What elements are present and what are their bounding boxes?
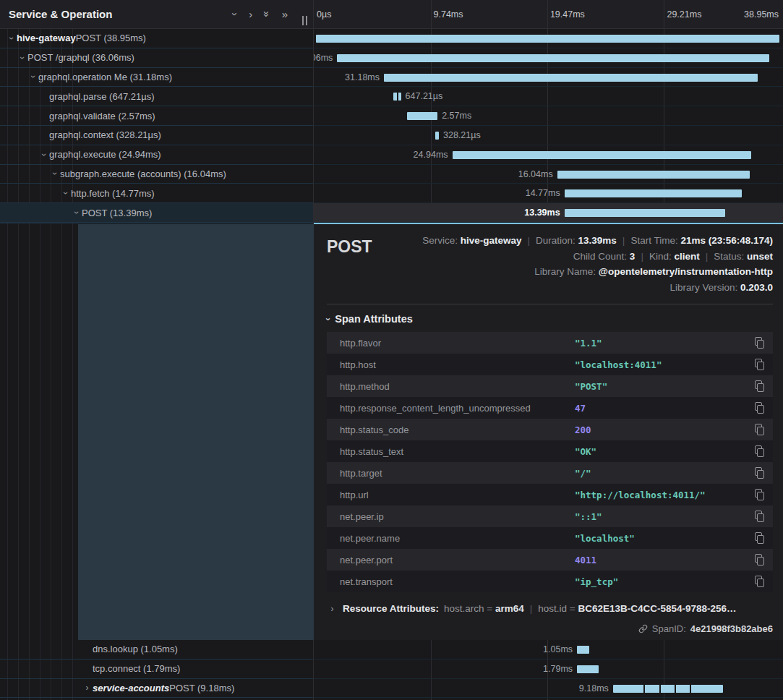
copy-icon[interactable] [754, 489, 764, 500]
span-title: POST [327, 233, 372, 257]
panel-resize-handle[interactable] [302, 16, 307, 25]
span-label: hive-gateway [17, 33, 76, 43]
tree-row[interactable]: ›service-accounts POST (9.18ms) [0, 679, 313, 699]
span-label: subgraph.execute (accounts) (16.04ms) [60, 168, 226, 179]
chevron-down-icon[interactable]: › [61, 188, 70, 199]
copy-icon[interactable] [754, 511, 764, 522]
copy-icon[interactable] [754, 424, 764, 435]
timeline-row[interactable]: 31.18ms [314, 68, 783, 88]
chevron-down-icon[interactable]: › [230, 12, 241, 16]
chevron-down-icon[interactable]: › [40, 149, 48, 160]
span-bar[interactable] [577, 646, 589, 654]
copy-icon[interactable] [754, 532, 764, 544]
tree-row[interactable]: tcp.connect (1.79ms) [0, 660, 313, 679]
tree-row[interactable]: ›hive-gateway POST (38.95ms) [0, 29, 313, 48]
tree-row[interactable]: ›graphql.execute (24.94ms) [0, 145, 313, 165]
timeline-row[interactable]: 36.06ms [314, 48, 783, 68]
attribute-key: net.peer.name [340, 533, 575, 544]
copy-icon[interactable] [754, 359, 764, 370]
tree-row[interactable]: graphql.parse (647.21µs) [0, 87, 313, 106]
copy-icon[interactable] [754, 380, 764, 392]
chevron-right-icon[interactable]: › [82, 683, 93, 692]
timeline-row[interactable]: 24.94ms [314, 145, 783, 165]
tree-row[interactable]: graphql.validate (2.57ms) [0, 106, 313, 126]
span-bar[interactable] [565, 209, 725, 217]
resource-attributes-toggle[interactable]: › Resource Attributes: host.arch = arm64… [327, 603, 773, 614]
attribute-key: http.method [340, 381, 575, 392]
duration-label: 328.21µs [443, 126, 481, 145]
tree-row[interactable]: graphql.context (328.21µs) [0, 126, 313, 145]
copy-icon[interactable] [754, 445, 764, 457]
tree-row[interactable]: ›subgraph.execute (accounts) (16.04ms) [0, 165, 313, 184]
span-bar[interactable] [577, 665, 599, 673]
copy-icon[interactable] [754, 554, 764, 565]
tree-header: Service & Operation ››»» [0, 0, 313, 29]
chevron-down-icon[interactable]: › [7, 33, 16, 43]
double-chevron-down-icon[interactable]: » [262, 11, 273, 17]
tree-rows-top: ›hive-gateway POST (38.95ms)›POST /graph… [0, 29, 313, 223]
copy-icon[interactable] [754, 402, 764, 414]
detail-meta-line: Library Name: @opentelemetry/instrumenta… [372, 264, 773, 280]
tree-row[interactable]: ›POST (13.39ms) [0, 203, 313, 223]
span-attributes-toggle[interactable]: › Span Attributes [327, 313, 773, 325]
span-bar[interactable] [565, 189, 742, 197]
span-bar[interactable] [384, 74, 758, 82]
timeline-row[interactable]: 14.77ms [314, 184, 783, 203]
timeline-row[interactable]: 13.39ms [314, 203, 783, 223]
chevron-right-icon: › [327, 605, 338, 613]
divider [327, 304, 773, 304]
resource-attributes-title: Resource Attributes: [343, 603, 439, 614]
double-chevron-right-icon[interactable]: » [282, 9, 288, 20]
selected-span-expansion [78, 224, 314, 640]
tree-row[interactable]: ›POST /graphql (36.06ms) [0, 48, 313, 68]
timeline-row[interactable]: 647.21µs [314, 87, 783, 106]
ruler-tick-label: 9.74ms [434, 9, 463, 20]
resource-value: arm64 [495, 603, 524, 614]
span-bar[interactable] [435, 132, 439, 140]
chevron-down-icon[interactable]: › [29, 72, 38, 82]
timeline-panel: 0µs9.74ms19.47ms29.21ms38.95ms 38.95ms36… [314, 0, 783, 700]
meta-value: 13.39ms [578, 235, 617, 246]
span-bar[interactable] [453, 151, 752, 159]
copy-icon[interactable] [754, 576, 764, 587]
chevron-down-icon[interactable]: › [72, 208, 81, 218]
timeline-row[interactable]: 16.04ms [314, 165, 783, 184]
timeline-row[interactable]: 38.95ms [314, 29, 783, 48]
attribute-value: "ip_tcp" [575, 576, 747, 587]
meta-value: hive-gateway [461, 235, 522, 246]
span-id-label: SpanID: [652, 623, 686, 634]
span-bar[interactable] [557, 171, 750, 179]
span-bar[interactable] [407, 112, 438, 120]
detail-meta-line: Service: hive-gateway|Duration: 13.39ms|… [372, 233, 773, 249]
attribute-value: "/" [575, 468, 747, 479]
timeline-row[interactable]: 1.79ms [314, 660, 783, 679]
attribute-key: http.status_code [340, 424, 575, 435]
span-bar[interactable] [613, 685, 723, 693]
span-label: graphql.execute (24.94ms) [49, 149, 161, 160]
span-label: graphql.parse (647.21µs) [49, 91, 155, 102]
chevron-down-icon[interactable]: › [18, 52, 27, 63]
copy-icon[interactable] [754, 337, 764, 349]
tree-row[interactable]: ›http.fetch (14.77ms) [0, 184, 313, 203]
span-label: POST /graphql (36.06ms) [27, 52, 134, 63]
tree-row[interactable]: ›graphql.operation Me (31.18ms) [0, 68, 313, 88]
bar-segment-tick [690, 685, 691, 693]
span-bar[interactable] [393, 93, 401, 101]
chevron-down-icon[interactable]: › [51, 168, 59, 179]
timeline-row[interactable]: 328.21µs [314, 126, 783, 145]
tree-row[interactable]: dns.lookup (1.05ms) [0, 640, 313, 660]
chevron-right-icon[interactable]: › [249, 9, 252, 20]
meta-value: client [674, 251, 699, 262]
timeline-row[interactable]: 1.05ms [314, 640, 783, 660]
timeline-row[interactable]: 2.57ms [314, 106, 783, 126]
attribute-key: http.target [340, 468, 575, 479]
timeline-row[interactable]: 9.18ms [314, 679, 783, 699]
span-bar[interactable] [316, 35, 779, 43]
span-bar[interactable] [337, 54, 769, 62]
attribute-value: "http://localhost:4011/" [575, 490, 747, 500]
attribute-row: net.peer.port4011 [327, 549, 773, 571]
copy-icon[interactable] [754, 467, 764, 479]
tree-rows-bottom: dns.lookup (1.05ms)tcp.connect (1.79ms)›… [0, 640, 313, 700]
attribute-row: http.response_content_length_uncompresse… [327, 397, 773, 419]
duration-label: 31.18ms [345, 68, 380, 88]
